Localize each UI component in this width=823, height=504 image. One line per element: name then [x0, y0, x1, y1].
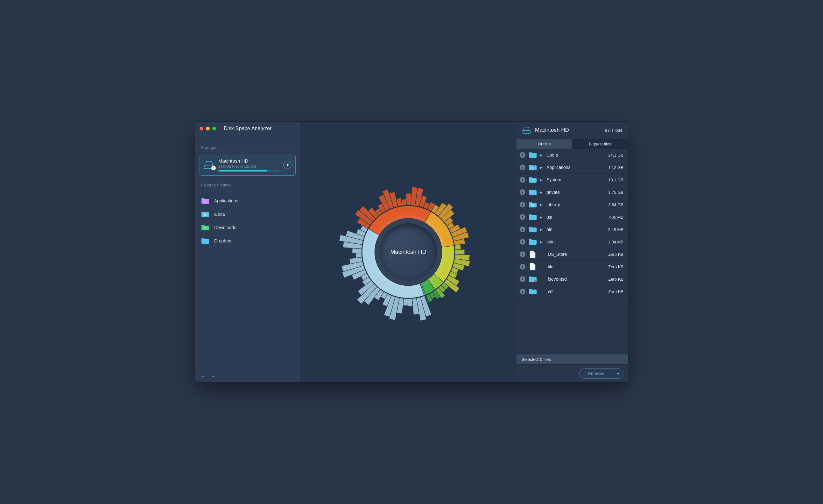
info-icon[interactable]: i [520, 289, 525, 294]
tab-outline[interactable]: Outline [516, 139, 572, 149]
info-icon[interactable]: i [520, 165, 525, 170]
file-name: .DS_Store [546, 252, 605, 257]
file-row[interactable]: i ▸ usr 486 MB [516, 211, 628, 223]
apps-icon [201, 197, 210, 204]
file-size: 24.1 GB [608, 153, 624, 158]
favorite-item[interactable]: Applications [195, 194, 300, 207]
disclosure-icon[interactable]: ▸ [540, 202, 543, 207]
details-panel: Macintosh HD 97.1 GB Outline Biggest fil… [516, 122, 628, 382]
file-name: Users [546, 152, 605, 158]
remove-button[interactable]: Remove [580, 369, 613, 378]
file-row[interactable]: i .vol Zero KB [516, 286, 628, 298]
favorite-item[interactable]: alexa [195, 207, 300, 221]
folder-icon [529, 189, 537, 196]
file-row[interactable]: i ▸ sbin 1.04 MB [516, 236, 628, 248]
zoom-window-button[interactable] [212, 127, 216, 131]
remove-favorite-button[interactable]: － [210, 373, 216, 379]
file-name: System [546, 177, 605, 182]
action-bar: Remove [516, 364, 628, 382]
sidebar-section-storages: Storages [195, 145, 296, 151]
favorite-label: alexa [214, 212, 225, 217]
file-row[interactable]: i .fseventsd Zero KB [516, 273, 628, 286]
file-name: .vol [546, 289, 605, 294]
file-size: Zero KB [608, 277, 624, 282]
remove-dropdown[interactable] [613, 369, 623, 378]
file-size: 2.48 MB [608, 227, 624, 232]
folder-icon [529, 213, 537, 220]
svg-rect-2 [535, 280, 535, 281]
file-row[interactable]: i ▸ private 3.75 GB [516, 186, 628, 198]
file-name: Applications [546, 165, 605, 170]
minimize-window-button[interactable] [206, 127, 210, 131]
info-icon[interactable]: i [520, 226, 525, 232]
file-row[interactable]: i .file Zero KB [516, 261, 628, 273]
file-icon [529, 263, 537, 270]
app-title: Disk Space Analyzer [224, 126, 272, 131]
info-icon[interactable]: i [520, 202, 525, 207]
info-icon[interactable]: i [520, 189, 525, 195]
close-window-button[interactable] [199, 127, 203, 131]
disclosure-icon[interactable]: ▸ [540, 214, 543, 219]
file-size: 486 MB [609, 215, 624, 219]
disclosure-icon[interactable]: ▸ [540, 227, 543, 232]
file-name: .file [546, 264, 605, 269]
tab-biggest-files[interactable]: Biggest files [572, 139, 628, 149]
info-icon[interactable]: i [520, 214, 525, 220]
disclosure-icon[interactable]: ▸ [540, 177, 543, 182]
info-icon[interactable]: i [520, 177, 525, 183]
file-icon [529, 251, 537, 258]
favorite-item[interactable]: Downloads [195, 221, 300, 234]
info-icon[interactable]: i [520, 251, 525, 257]
storage-usage-bar [218, 170, 280, 171]
folder-lib-icon [529, 201, 537, 208]
home-icon [201, 211, 210, 218]
disclosure-icon[interactable]: ▸ [540, 165, 543, 170]
info-icon[interactable]: i [520, 264, 525, 270]
file-row[interactable]: i ▸ Applications 14.2 GB [516, 161, 628, 174]
sunburst-center-label: Macintosh HD [380, 223, 437, 281]
storage-card[interactable]: Macintosh HD 24.0 GB Free of 121 GB [199, 155, 296, 176]
app-window: Disk Space Analyzer Storages Macintosh H… [195, 122, 628, 382]
storage-name: Macintosh HD [218, 158, 280, 164]
selection-status: Selected: 0 files [516, 354, 628, 364]
file-size: 13.1 GB [608, 178, 624, 182]
file-size: 1.04 MB [608, 239, 624, 244]
file-row[interactable]: i ▸ System 13.1 GB [516, 174, 628, 186]
file-row[interactable]: i ▸ Library 3.64 GB [516, 198, 628, 211]
info-icon[interactable]: i [520, 152, 525, 158]
scan-button[interactable] [283, 161, 292, 169]
folder-sys-icon [529, 176, 537, 183]
disclosure-icon[interactable]: ▸ [540, 239, 543, 244]
drive-icon [204, 161, 214, 169]
disclosure-icon[interactable]: ▸ [540, 190, 543, 195]
file-name: sbin [546, 239, 605, 244]
file-size: 3.64 GB [608, 202, 624, 207]
titlebar: Disk Space Analyzer [195, 122, 628, 136]
sidebar: Storages Macintosh HD 24.0 GB Free of 12… [195, 122, 300, 382]
disclosure-icon[interactable]: ▸ [540, 152, 543, 158]
info-icon[interactable]: i [520, 239, 525, 245]
folder-alert-icon [529, 276, 537, 283]
folder-icon [529, 226, 537, 233]
file-name: private [546, 190, 605, 195]
folder-icon [201, 237, 210, 244]
file-size: Zero KB [608, 265, 624, 269]
sunburst-chart[interactable]: Macintosh HD [335, 179, 482, 325]
file-name: .fseventsd [546, 277, 605, 282]
file-size: Zero KB [608, 252, 624, 257]
favorite-item[interactable]: Dropbox [195, 234, 300, 247]
folder-apps-icon [529, 164, 537, 171]
file-name: bin [546, 227, 605, 232]
folder-icon [529, 238, 537, 245]
info-icon[interactable]: i [520, 276, 525, 282]
storage-subtitle: 24.0 GB Free of 121 GB [218, 165, 280, 168]
tabs: Outline Biggest files [516, 139, 628, 149]
add-favorite-button[interactable]: ＋ [200, 373, 206, 379]
file-size: Zero KB [608, 289, 624, 294]
file-row[interactable]: i ▸ Users 24.1 GB [516, 149, 628, 161]
file-row[interactable]: i ▸ bin 2.48 MB [516, 223, 628, 236]
download-icon [201, 224, 210, 231]
file-row[interactable]: i .DS_Store Zero KB [516, 248, 628, 261]
file-list[interactable]: i ▸ Users 24.1 GB i ▸ Applications 14.2 … [516, 149, 628, 354]
folder-icon [529, 288, 537, 295]
